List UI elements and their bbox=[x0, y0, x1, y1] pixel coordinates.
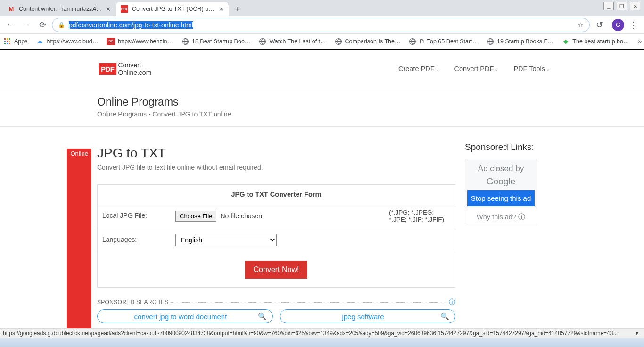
sponsored-search-link[interactable]: convert jpg to word document🔍 bbox=[97, 309, 273, 323]
bookmark-item[interactable]: 19 Startup Books E… bbox=[487, 38, 553, 45]
browser-tabbar: M Content writer. - iammurtaza4@g ✕ PDF … bbox=[0, 0, 644, 16]
site-logo[interactable]: PDF ConvertOnline.com bbox=[99, 61, 151, 76]
reload-button[interactable]: ⟳ bbox=[36, 18, 49, 32]
why-this-ad-button[interactable]: Why this ad? ⓘ bbox=[465, 208, 537, 226]
gmail-icon: M bbox=[8, 5, 15, 13]
ad-box: Ad closed by Google Stop seeing this ad … bbox=[465, 159, 537, 226]
ad-closed-text: Ad closed by bbox=[465, 159, 537, 176]
file-chosen-text: No file chosen bbox=[220, 212, 262, 220]
bookmark-label: Watch The Last of t… bbox=[269, 38, 326, 45]
apps-grid-icon bbox=[4, 38, 11, 45]
globe-icon bbox=[409, 38, 416, 45]
browser-tab-0[interactable]: M Content writer. - iammurtaza4@g ✕ bbox=[3, 2, 116, 16]
chevron-down-icon: ⌄ bbox=[436, 66, 439, 72]
page-subtitle: Online Programs - Convert JPG to TXT onl… bbox=[97, 110, 644, 118]
bookmark-item[interactable]: ◆ The best startup bo… bbox=[562, 38, 629, 45]
globe-icon bbox=[182, 38, 189, 45]
site-header: PDF ConvertOnline.com Create PDF⌄ Conver… bbox=[0, 50, 644, 88]
page-title-band: Online Programs Online Programs - Conver… bbox=[0, 88, 644, 127]
search-icon: 🔍 bbox=[258, 312, 267, 321]
globe-icon bbox=[487, 38, 494, 45]
bookmark-label: The best startup bo… bbox=[572, 38, 629, 45]
form-title: JPG to TXT Converter Form bbox=[98, 185, 455, 204]
bookmarks-overflow-button[interactable]: » bbox=[638, 37, 642, 46]
bookmark-item[interactable]: 18 Best Startup Boo… bbox=[182, 38, 250, 45]
svg-rect-0 bbox=[4, 38, 6, 40]
logo-line2: Online.com bbox=[118, 69, 152, 76]
os-taskbar bbox=[0, 338, 644, 347]
bookmark-apps[interactable]: Apps bbox=[4, 38, 28, 45]
browser-toolbar: ← → ⟳ 🔒 pdfconvertonline.com/jpg-to-txt-… bbox=[0, 16, 644, 34]
page-title: Online Programs bbox=[97, 96, 644, 108]
bookmarks-bar: Apps ☁ https://www.cloud… BZ https://www… bbox=[0, 34, 644, 49]
nav-pdf-tools[interactable]: PDF Tools⌄ bbox=[513, 65, 550, 73]
language-label: Languages: bbox=[98, 228, 171, 252]
bookmark-label: https://www.benzin… bbox=[118, 38, 173, 45]
logo-line1: Convert bbox=[118, 61, 141, 69]
profile-avatar[interactable]: G bbox=[612, 19, 624, 31]
sponsored-search-link[interactable]: jpeg software🔍 bbox=[280, 309, 455, 323]
file-extensions: (*.JPG; *.JPEG; *.JPE; *.JIF; *.JFIF) bbox=[384, 204, 455, 228]
bookmark-item[interactable]: BZ https://www.benzin… bbox=[107, 38, 173, 45]
svg-rect-2 bbox=[9, 38, 10, 40]
stop-seeing-ad-button[interactable]: Stop seeing this ad bbox=[467, 190, 535, 206]
window-maximize-button[interactable]: ❐ bbox=[617, 2, 627, 10]
bookmark-item[interactable]: 🗋 Top 65 Best Start… bbox=[409, 38, 478, 45]
bookmark-label: Comparison Is The… bbox=[345, 38, 401, 45]
convert-button[interactable]: Convert Now! bbox=[245, 261, 308, 279]
svg-rect-1 bbox=[7, 38, 8, 40]
choose-file-button[interactable]: Choose File bbox=[175, 211, 216, 222]
online-badge: Online bbox=[67, 149, 91, 342]
menu-button[interactable]: ⋮ bbox=[627, 18, 640, 32]
status-bar: https://googleads.g.doubleclick.net/page… bbox=[0, 328, 644, 338]
search-icon: 🔍 bbox=[440, 312, 449, 321]
cloud-icon: ☁ bbox=[36, 38, 44, 45]
file-label: Local JPG File: bbox=[98, 204, 171, 228]
tab-title: Content writer. - iammurtaza4@g bbox=[19, 6, 103, 12]
window-close-button[interactable]: ✕ bbox=[630, 2, 640, 10]
close-tab-icon[interactable]: ✕ bbox=[106, 6, 111, 13]
bookmark-item[interactable]: ☁ https://www.cloud… bbox=[36, 38, 99, 45]
content-subheading: Convert JPG file to text file online wit… bbox=[97, 164, 455, 171]
chevron-down-icon: ⌄ bbox=[495, 66, 498, 72]
bookmark-item[interactable]: Comparison Is The… bbox=[335, 38, 401, 45]
page-content: PDF ConvertOnline.com Create PDF⌄ Conver… bbox=[0, 49, 644, 342]
info-icon[interactable]: ⓘ bbox=[449, 298, 455, 306]
main-nav: Create PDF⌄ Convert PDF⌄ PDF Tools⌄ bbox=[398, 65, 550, 73]
logo-pdf-badge: PDF bbox=[99, 63, 116, 75]
form-row-language: Languages: English bbox=[98, 228, 455, 252]
language-select[interactable]: English bbox=[175, 234, 277, 246]
browser-tab-1[interactable]: PDF Convert JPG to TXT (OCR) online ✕ bbox=[116, 2, 229, 16]
nav-convert-pdf[interactable]: Convert PDF⌄ bbox=[454, 65, 499, 73]
bookmark-label: 18 Best Startup Boo… bbox=[192, 38, 250, 45]
tab-title: Convert JPG to TXT (OCR) online bbox=[132, 6, 216, 12]
google-logo-text: Google bbox=[465, 176, 537, 187]
site-icon: BZ bbox=[107, 38, 115, 45]
scroll-down-icon[interactable]: ▾ bbox=[633, 330, 641, 337]
bookmark-label: https://www.cloud… bbox=[47, 38, 99, 45]
diamond-icon: ◆ bbox=[562, 38, 570, 45]
back-button[interactable]: ← bbox=[4, 18, 17, 32]
bookmark-item[interactable]: Watch The Last of t… bbox=[259, 38, 326, 45]
svg-rect-5 bbox=[9, 41, 10, 42]
nav-create-pdf[interactable]: Create PDF⌄ bbox=[398, 65, 439, 73]
lock-icon: 🔒 bbox=[58, 22, 65, 28]
forward-button[interactable]: → bbox=[20, 18, 33, 32]
form-row-file: Local JPG File: Choose File No file chos… bbox=[98, 204, 455, 228]
history-button[interactable]: ↺ bbox=[593, 18, 606, 32]
pdf-icon: PDF bbox=[121, 5, 128, 13]
bookmark-star-icon[interactable]: ☆ bbox=[578, 21, 584, 29]
svg-rect-7 bbox=[7, 43, 8, 44]
globe-icon bbox=[335, 38, 342, 45]
close-tab-icon[interactable]: ✕ bbox=[219, 6, 224, 13]
globe-icon bbox=[259, 38, 266, 45]
window-minimize-button[interactable]: ⎯ bbox=[603, 2, 614, 10]
svg-rect-3 bbox=[4, 41, 6, 42]
chevron-down-icon: ⌄ bbox=[546, 66, 550, 72]
new-tab-button[interactable]: + bbox=[231, 3, 244, 16]
bookmark-label: 19 Startup Books E… bbox=[497, 38, 553, 45]
svg-rect-4 bbox=[7, 41, 8, 42]
address-bar[interactable]: 🔒 pdfconvertonline.com/jpg-to-txt-online… bbox=[52, 18, 590, 32]
converter-form: JPG to TXT Converter Form Local JPG File… bbox=[97, 184, 455, 288]
sponsored-links-heading: Sponsored Links: bbox=[465, 142, 644, 152]
